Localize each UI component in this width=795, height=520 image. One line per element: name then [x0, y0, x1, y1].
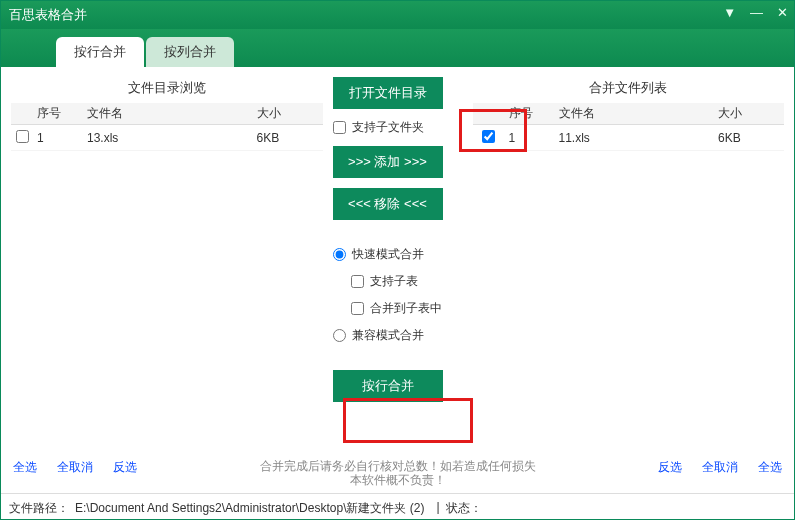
row-name: 13.xls — [83, 131, 253, 145]
support-subtable-option[interactable]: 支持子表 — [351, 273, 418, 290]
main-content: 文件目录浏览 序号 文件名 大小 1 13.xls 6KB 打开文件目录 支持子… — [1, 67, 794, 453]
path-value: E:\Document And Settings2\Administrator\… — [75, 500, 424, 517]
row-seq: 1 — [33, 131, 83, 145]
merge-to-sub-checkbox[interactable] — [351, 302, 364, 315]
table-row[interactable]: 1 13.xls 6KB — [11, 125, 323, 151]
support-subfolder-checkbox[interactable] — [333, 121, 346, 134]
fast-merge-radio[interactable] — [333, 248, 346, 261]
right-panel-title: 合并文件列表 — [473, 77, 785, 103]
col-name-header: 文件名 — [83, 105, 253, 122]
footer-links: 全选 全取消 反选 合并完成后请务必自行核对总数！如若造成任何损失本软件概不负责… — [1, 453, 794, 493]
invert-link-right[interactable]: 反选 — [658, 459, 682, 487]
row-size: 6KB — [253, 131, 323, 145]
footer-note: 合并完成后请务必自行核对总数！如若造成任何损失本软件概不负责！ — [258, 459, 538, 487]
row-checkbox[interactable] — [16, 130, 29, 143]
support-subfolder-option[interactable]: 支持子文件夹 — [333, 119, 424, 136]
col-size-header: 大小 — [714, 105, 784, 122]
tab-merge-by-row[interactable]: 按行合并 — [56, 37, 144, 67]
app-window: 百思表格合并 ▼ — ✕ 按行合并 按列合并 文件目录浏览 序号 文件名 大小 … — [0, 0, 795, 520]
path-label: 文件路径： — [9, 500, 69, 517]
close-icon[interactable]: ✕ — [777, 5, 788, 20]
tab-header: 按行合并 按列合并 — [1, 29, 794, 67]
merge-to-sub-option[interactable]: 合并到子表中 — [351, 300, 442, 317]
window-controls: ▼ — ✕ — [723, 5, 788, 20]
support-subtable-checkbox[interactable] — [351, 275, 364, 288]
left-panel-title: 文件目录浏览 — [11, 77, 323, 103]
center-controls: 打开文件目录 支持子文件夹 >>> 添加 >>> <<< 移除 <<< 快速模式… — [323, 77, 473, 453]
fast-merge-option[interactable]: 快速模式合并 — [333, 246, 424, 263]
annotation-box-1 — [459, 109, 527, 152]
col-name-header: 文件名 — [555, 105, 715, 122]
dropdown-icon[interactable]: ▼ — [723, 5, 736, 20]
remove-button[interactable]: <<< 移除 <<< — [333, 188, 443, 220]
annotation-box-2 — [343, 398, 473, 443]
row-size: 6KB — [714, 131, 784, 145]
compat-merge-radio[interactable] — [333, 329, 346, 342]
left-panel: 文件目录浏览 序号 文件名 大小 1 13.xls 6KB — [11, 77, 323, 453]
minimize-icon[interactable]: — — [750, 5, 763, 20]
deselect-all-link[interactable]: 全取消 — [57, 459, 93, 487]
invert-link[interactable]: 反选 — [113, 459, 137, 487]
col-seq-header: 序号 — [33, 105, 83, 122]
left-table-header: 序号 文件名 大小 — [11, 103, 323, 125]
statusbar: 文件路径： E:\Document And Settings2\Administ… — [1, 493, 794, 520]
open-dir-button[interactable]: 打开文件目录 — [333, 77, 443, 109]
select-all-link-right[interactable]: 全选 — [758, 459, 782, 487]
deselect-all-link-right[interactable]: 全取消 — [702, 459, 738, 487]
titlebar: 百思表格合并 ▼ — ✕ — [1, 1, 794, 29]
left-link-group: 全选 全取消 反选 — [13, 459, 137, 487]
app-title: 百思表格合并 — [9, 6, 87, 24]
col-size-header: 大小 — [253, 105, 323, 122]
add-button[interactable]: >>> 添加 >>> — [333, 146, 443, 178]
tab-merge-by-col[interactable]: 按列合并 — [146, 37, 234, 67]
state-label: 状态： — [446, 500, 482, 517]
row-name: 11.xls — [555, 131, 715, 145]
select-all-link[interactable]: 全选 — [13, 459, 37, 487]
compat-merge-option[interactable]: 兼容模式合并 — [333, 327, 424, 344]
right-link-group: 反选 全取消 全选 — [658, 459, 782, 487]
